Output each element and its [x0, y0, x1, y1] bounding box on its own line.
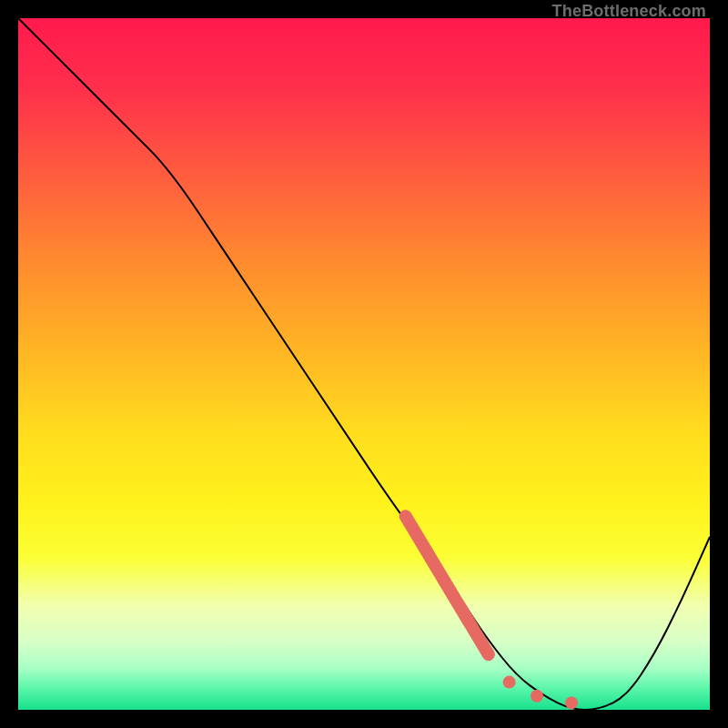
- chart-frame: TheBottleneck.com: [18, 18, 710, 710]
- accent-steep-segment: [406, 516, 489, 654]
- accent-dot: [503, 676, 516, 689]
- accent-dot: [565, 696, 578, 709]
- bottleneck-curve: [18, 18, 710, 710]
- chart-overlay: [18, 18, 710, 710]
- accent-min-dots: [503, 676, 578, 710]
- accent-dot: [531, 690, 543, 703]
- plot-area: [18, 18, 710, 710]
